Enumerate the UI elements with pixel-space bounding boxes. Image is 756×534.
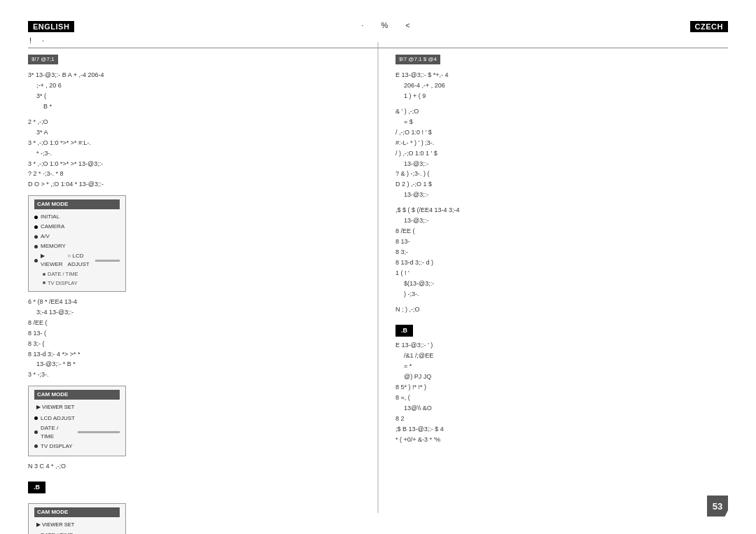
right-line: * ( +0/+ &-3 * '% — [396, 435, 728, 445]
english-badge: ENGLISH — [28, 21, 74, 32]
right-section-header: $!7 @7;1 $ @4 — [396, 54, 728, 66]
left-line: 3 * ,-;O 1:0 *>* >* 13-@3;:- — [28, 160, 360, 169]
left-line: 13-@3;:- * B * — [28, 360, 360, 370]
cam-item-datetime2: DATE / TIME — [34, 531, 120, 534]
right-line: N ; ) ,-;O — [396, 305, 728, 315]
cam-item-initial: INITIAL — [34, 213, 120, 221]
right-line: = $ — [396, 118, 728, 127]
right-line: 13-@3;:- — [396, 160, 728, 169]
right-line: $(13-@3;:- — [396, 279, 728, 289]
right-line: @) PJ JQ — [396, 372, 728, 382]
bullet-filled — [34, 416, 38, 420]
left-section-title: $!7 @7;1 — [28, 55, 58, 64]
two-col-layout: $!7 @7;1 3* 13-@3;:- B A + ,-4 206-4 ;-+… — [28, 54, 728, 534]
right-line: 13-@3;:- — [396, 190, 728, 200]
right-line: / ,-;O 1:0 ! ' $ — [396, 128, 728, 138]
left-section-header: $!7 @7;1 — [28, 54, 360, 66]
right-n-text: N ; ) ,-;O — [396, 305, 728, 315]
bullet — [34, 444, 38, 448]
left-line: 8 3;- ( — [28, 339, 360, 349]
excl-symbol: ! — [29, 36, 31, 45]
progress-bar-2 — [78, 431, 120, 433]
right-line: #:-L- * ) ' ) ;3-. — [396, 139, 728, 148]
left-line: 3 * -;3-. — [28, 370, 360, 380]
cam-subitem-tv: TV DISPLAY — [34, 279, 120, 287]
right-text-block-3: ,$ $ ( $ (/EE4 13-4 3;-4 13-@3;:- 8 /EE … — [396, 206, 728, 299]
symbol-percent: % — [381, 21, 388, 29]
left-line: * -;3-. — [28, 149, 360, 159]
left-line: 8 13-d 3;- 4 *> >* * — [28, 350, 360, 360]
right-line: ? & ) -;3-. ) ( — [396, 169, 728, 179]
symbols-center: · % < — [354, 21, 410, 29]
right-bottom-text: E 13-@3;:- ' ) /&1 /;@EE = * @) PJ JQ 8 … — [396, 341, 728, 444]
left-text-block-1: 3* 13-@3;:- B A + ,-4 206-4 ;-+ , 20 6 3… — [28, 71, 360, 112]
right-text-block-1: E 13-@3;:- $ *+,- 4 206-4 ,-+ , 206 1 ) … — [396, 71, 728, 101]
right-line: 8 3;- — [396, 248, 728, 258]
left-line: 8 /EE ( — [28, 318, 360, 328]
right-line: ) -;3-. — [396, 290, 728, 300]
page-number-badge: 53 — [707, 496, 728, 517]
left-line: 8 13- ( — [28, 329, 360, 339]
right-line: 8 /EE ( — [396, 227, 728, 237]
symbol-less: < — [405, 21, 410, 29]
right-text-block-2: & ' ) ,-;O = $ / ,-;O 1:0 ! ' $ #:-L- * … — [396, 107, 728, 200]
left-line: ? 2 * -;3-. * 8 — [28, 169, 360, 179]
left-line: B * — [28, 102, 360, 112]
right-section-title: $!7 @7;1 $ @4 — [396, 55, 440, 64]
bullet — [34, 235, 38, 239]
left-line: 2 * ,-;O — [28, 118, 360, 127]
right-line: E 13-@3;:- ' ) — [396, 341, 728, 351]
right-line: 13@\\ &O — [396, 404, 728, 414]
right-line: /&1 /;@EE — [396, 351, 728, 361]
cam-item-camera: CAMERA — [34, 223, 120, 231]
viewer-set-label: ▶ VIEWER SET — [34, 403, 120, 411]
left-line: 6 * (8 * /EE4 13-4 — [28, 297, 360, 307]
right-line: 8 2 — [396, 414, 728, 424]
left-line: 3 * ,-;O 1:0 *>* >* #:L-. — [28, 139, 360, 148]
right-line: & ' ) ,-;O — [396, 107, 728, 117]
cam-mode-box-2: CAM MODE ▶ VIEWER SET LCD ADJUST DATE / … — [28, 386, 126, 456]
right-line: / ) ,-;O 1:0 1 ' $ — [396, 149, 728, 159]
right-line: E 13-@3;:- $ *+,- 4 — [396, 71, 728, 80]
cam-mode-box-3: CAM MODE ▶ VIEWER SET DATE / TIME DATE T… — [28, 503, 126, 534]
cam-item-viewer: ▶ VIEWER ○ LCD ADJUST — [34, 252, 120, 269]
bullet — [34, 430, 38, 434]
left-line: 3;-4 13-@3;:- — [28, 308, 360, 318]
right-line: 1 ) + ( 9 — [396, 92, 728, 101]
bullet-filled — [34, 225, 38, 229]
left-line: 3* ( — [28, 92, 360, 101]
bullet — [34, 245, 38, 248]
left-n3c4: N 3 C 4 * ,-;O — [28, 462, 360, 472]
right-black-button[interactable]: .B — [396, 325, 413, 337]
left-line: 3* A — [28, 128, 360, 138]
cam-item-memory: MEMORY — [34, 242, 120, 251]
cam-mode-title-2: CAM MODE — [34, 390, 120, 400]
right-column: $!7 @7;1 $ @4 E 13-@3;:- $ *+,- 4 206-4 … — [378, 54, 728, 534]
symbol-dot: · — [361, 21, 363, 29]
cam-mode-title-1: CAM MODE — [34, 199, 120, 209]
left-line: D O > * ,;O 1:04 * 13-@3;:- — [28, 180, 360, 190]
header-row: ENGLISH · % < CZECH — [28, 21, 728, 34]
left-line: N 3 C 4 * ,-;O — [28, 462, 360, 472]
left-text-block-2: 2 * ,-;O 3* A 3 * ,-;O 1:0 *>* >* #:L-. … — [28, 118, 360, 190]
czech-badge: CZECH — [690, 21, 728, 32]
left-column: $!7 @7;1 3* 13-@3;:- B A + ,-4 206-4 ;-+… — [28, 54, 378, 534]
left-line: ;-+ , 20 6 — [28, 81, 360, 91]
cam-mode-box-1: CAM MODE INITIAL CAMERA A/V MEMORY — [28, 195, 126, 292]
left-line: 3* 13-@3;:- B A + ,-4 206-4 — [28, 71, 360, 80]
left-text-block-3: 6 * (8 * /EE4 13-4 3;-4 13-@3;:- 8 /EE (… — [28, 297, 360, 381]
viewer-set-label-2: ▶ VIEWER SET — [34, 521, 120, 528]
progress-bar — [95, 260, 120, 262]
right-line: ;$ B 13-@3;:- $ 4 — [396, 425, 728, 435]
bullet-filled — [34, 216, 38, 219]
right-line: 8 13- — [396, 237, 728, 247]
cam-item-datetime: DATE / TIME — [34, 424, 120, 441]
right-line: 8 =, ( — [396, 393, 728, 403]
left-black-button[interactable]: .B — [28, 482, 46, 494]
cam-mode-title-3: CAM MODE — [34, 507, 120, 517]
cam-item-lcd: LCD ADJUST — [34, 414, 120, 423]
right-line: 1 ( ! ' — [396, 269, 728, 279]
right-line: 13-@3;:- — [396, 216, 728, 226]
bullet — [34, 259, 38, 262]
right-line: 8 13-d 3;:- d ) — [396, 258, 728, 268]
